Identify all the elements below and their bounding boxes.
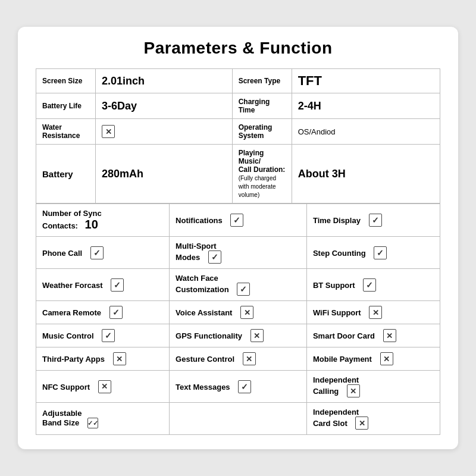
wifi-support-label: WiFi Support (313, 308, 361, 317)
weather-checkbox (111, 278, 124, 292)
third-party-checkbox (113, 352, 126, 365)
mobile-payment-label: Mobile Payment (313, 355, 372, 364)
step-counting-cell: Step Counting (306, 237, 440, 269)
phone-call-label: Phone Call (42, 249, 82, 258)
gesture-checkbox (243, 352, 256, 365)
voice-assistant-checkbox (240, 306, 253, 319)
text-messages-checkbox (238, 380, 251, 393)
watch-face-cell: Watch FaceCustomization (170, 269, 307, 301)
text-messages-cell: Text Messages (170, 371, 307, 403)
voice-assistant-label: Voice Assistant (176, 308, 232, 317)
mobile-payment-cell: Mobile Payment (306, 347, 440, 371)
watch-face-checkbox (237, 283, 250, 296)
independent-card-checkbox (355, 416, 368, 430)
sync-contacts-value: 10 (85, 218, 98, 231)
weather-cell: Weather Forcast (36, 269, 170, 301)
charging-time-value: 2-4H (292, 93, 440, 119)
voice-assistant-cell: Voice Assistant (170, 301, 307, 324)
mobile-payment-checkbox (380, 352, 393, 365)
smart-door-checkbox (383, 329, 396, 342)
page-title: Parameters & Function (36, 39, 440, 58)
time-display-cell: Time Display (306, 204, 440, 237)
time-display-checkbox (369, 214, 382, 227)
battery-life-label: Battery Life (36, 93, 96, 119)
notifications-checkbox (230, 214, 243, 227)
gps-cell: GPS Functionality (170, 324, 307, 347)
screen-type-value: TFT (292, 69, 440, 93)
smart-door-cell: Smart Door Card (306, 324, 440, 347)
battery-label: Battery (36, 145, 96, 203)
independent-calling-cell: IndependentCalling (306, 371, 440, 403)
gps-checkbox (250, 329, 264, 342)
independent-card-cell: IndependentCard Slot (306, 403, 440, 435)
operating-system-label: OperatingSystem (232, 119, 292, 145)
bt-support-label: BT Support (313, 281, 355, 290)
nfc-label: NFC Support (42, 382, 90, 391)
third-party-cell: Third-Party Apps (36, 347, 170, 371)
wifi-support-cell: WiFi Support (306, 301, 440, 324)
battery-value: 280mAh (96, 145, 233, 203)
bt-support-cell: BT Support (306, 269, 440, 301)
specs-table: Screen Size 2.01inch Screen Type TFT Bat… (36, 68, 440, 203)
music-control-checkbox (102, 329, 115, 342)
camera-remote-label: Camera Remote (42, 308, 101, 317)
empty-cell (170, 403, 307, 435)
screen-size-value: 2.01inch (96, 69, 233, 93)
gesture-label: Gesture Control (176, 355, 234, 364)
battery-life-value: 3-6Day (96, 93, 233, 119)
gps-label: GPS Functionality (176, 331, 242, 340)
multi-sport-cell: Multi-SportModes (170, 237, 307, 269)
independent-card-label: IndependentCard Slot (313, 408, 359, 428)
screen-type-label: Screen Type (232, 69, 292, 93)
features-table: Number of SyncContacts: 10 Notifications… (36, 203, 440, 435)
time-display-label: Time Display (313, 216, 361, 225)
step-counting-checkbox (374, 246, 387, 259)
playing-music-value: About 3H (292, 145, 440, 203)
camera-remote-checkbox (109, 306, 123, 319)
camera-remote-cell: Camera Remote (36, 301, 170, 324)
watch-face-label: Watch FaceCustomization (176, 274, 229, 294)
notifications-label: Notifications (176, 216, 223, 225)
screen-size-label: Screen Size (36, 69, 96, 93)
nfc-checkbox (98, 380, 111, 393)
weather-label: Weather Forcast (42, 281, 103, 290)
third-party-label: Third-Party Apps (42, 355, 105, 364)
notifications-cell: Notifications (170, 204, 307, 237)
water-resistance-checkbox (102, 125, 115, 138)
music-note: (Fully charged with moderate volume) (239, 175, 276, 198)
gesture-cell: Gesture Control (170, 347, 307, 371)
text-messages-label: Text Messages (176, 383, 230, 392)
main-card: Parameters & Function Screen Size 2.01in… (18, 27, 458, 449)
wifi-support-checkbox (369, 306, 382, 319)
sync-contacts-cell: Number of SyncContacts: 10 (36, 204, 170, 237)
adjustable-band-cell: AdjustableBand Size ✓ (36, 403, 170, 435)
independent-calling-checkbox (347, 384, 360, 397)
smart-door-label: Smart Door Card (313, 331, 375, 340)
adjustable-band-label: AdjustableBand Size (42, 409, 82, 427)
playing-music-label: Playing Music/Call Duration:(Fully charg… (232, 145, 292, 203)
nfc-cell: NFC Support (36, 371, 170, 403)
bt-support-checkbox (363, 278, 376, 292)
operating-system-value: OS/Andiod (292, 119, 440, 145)
multi-sport-checkbox (208, 250, 221, 264)
water-resistance-label: WaterResistance (36, 119, 96, 145)
music-control-cell: Music Control (36, 324, 170, 347)
charging-time-label: Charging Time (232, 93, 292, 119)
step-counting-label: Step Counting (313, 249, 366, 258)
adjustable-band-checkbox: ✓ (87, 418, 98, 428)
music-control-label: Music Control (42, 331, 94, 340)
water-resistance-value (96, 119, 233, 145)
phone-call-cell: Phone Call (36, 237, 170, 269)
phone-call-checkbox (90, 246, 104, 259)
